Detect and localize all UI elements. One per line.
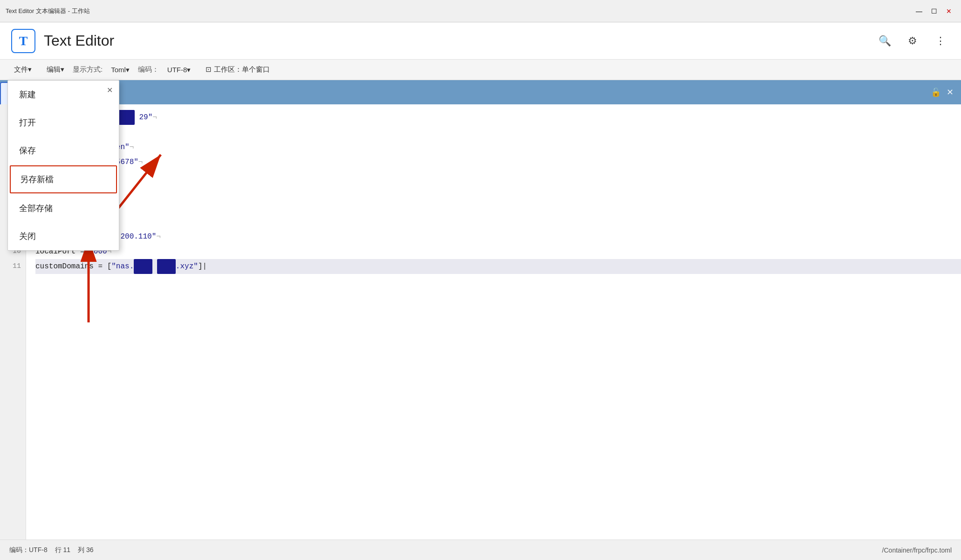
- menu-item-save-as[interactable]: 另存新檔: [10, 165, 117, 193]
- editor-area: /Container/frpc/frpc.toml 🔓 ✕ 1 2 3 4 5 …: [0, 80, 961, 540]
- menu-bar: 文件▾ 编辑▾ 显示方式: Toml▾ 编码： UTF-8▾ ⊡ 工作区：单个窗…: [0, 60, 961, 80]
- title-bar-text: Text Editor 文本编辑器 - 工作站: [6, 7, 913, 15]
- app-logo: T: [11, 29, 35, 53]
- menu-workspace[interactable]: ⊡ 工作区：单个窗口: [199, 63, 276, 76]
- app-header: T Text Editor 🔍 ⚙ ⋮: [0, 22, 961, 60]
- title-bar-controls: — ☐ ✕: [913, 5, 955, 18]
- file-dropdown-menu: ✕ 新建 打开 保存 另存新檔 全部存储 关闭: [7, 80, 119, 251]
- menu-file[interactable]: 文件▾: [7, 63, 38, 76]
- menu-item-save-all[interactable]: 全部存储: [8, 194, 119, 222]
- code-line-2: serverPort = 7000¬: [35, 125, 961, 140]
- header-actions: 🔍 ⚙ ⋮: [875, 32, 950, 50]
- maximize-button[interactable]: ☐: [927, 5, 940, 18]
- tab-lock-icon[interactable]: 🔓: [931, 87, 941, 97]
- tab-actions: 🔓 ✕: [931, 80, 961, 104]
- status-filepath: /Container/frpc/frpc.toml: [882, 546, 952, 554]
- code-line-7: name = "web_nas"¬: [35, 199, 961, 214]
- menu-item-new[interactable]: 新建: [8, 81, 119, 109]
- menu-item-close[interactable]: 关闭: [8, 222, 119, 250]
- menu-edit[interactable]: 编辑▾: [40, 63, 71, 76]
- close-button[interactable]: ✕: [942, 5, 955, 18]
- status-col: 列 36: [78, 546, 93, 554]
- search-button[interactable]: 🔍: [875, 32, 894, 50]
- main-area: ✕ 新建 打开 保存 另存新檔 全部存储 关闭 /Container/frpc/…: [0, 80, 961, 540]
- status-bar: 编码：UTF-8 行 11 列 36 /Container/frpc/frpc.…: [0, 540, 961, 560]
- minimize-button[interactable]: —: [913, 5, 926, 18]
- code-line-6: [[proxies]]¬: [35, 184, 961, 199]
- status-row: 行 11: [55, 546, 70, 553]
- code-line-5: ¬: [35, 170, 961, 184]
- logo-letter: T: [19, 34, 28, 48]
- settings-button[interactable]: ⚙: [903, 32, 922, 50]
- tab-close-icon[interactable]: ✕: [947, 87, 954, 97]
- code-line-9: localIP = "192.168.200.110"¬: [35, 229, 961, 244]
- code-line-1: serverAddr = "101. 29"¬: [35, 110, 961, 125]
- encoding-label: 编码：: [138, 65, 159, 74]
- menu-view[interactable]: Toml▾: [104, 64, 136, 76]
- code-line-11: customDomains = ["nas. .xyz"]: [35, 259, 961, 274]
- app-title: Text Editor: [44, 32, 114, 49]
- line-num-11: 11: [0, 259, 21, 274]
- code-editor[interactable]: 1 2 3 4 5 6 7 8 9 10 11 serverAddr = "10…: [0, 104, 961, 540]
- code-content[interactable]: serverAddr = "101. 29"¬ serverPort = 700…: [26, 104, 961, 540]
- view-label: 显示方式:: [73, 65, 103, 74]
- more-button[interactable]: ⋮: [931, 32, 950, 50]
- code-line-10: localPort = 5000¬: [35, 244, 961, 259]
- redacted-2: [134, 259, 152, 274]
- menu-encoding[interactable]: UTF-8▾: [161, 64, 198, 76]
- redacted-3: [157, 259, 176, 274]
- status-encoding: 编码：UTF-8: [9, 546, 48, 554]
- title-bar: Text Editor 文本编辑器 - 工作站 — ☐ ✕: [0, 0, 961, 22]
- menu-item-open[interactable]: 打开: [8, 109, 119, 137]
- menu-item-save[interactable]: 保存: [8, 137, 119, 164]
- code-line-8: type = "http"¬: [35, 214, 961, 229]
- code-line-3: auth.method = "token"¬: [35, 140, 961, 155]
- code-line-4: auth.token = "12345678"¬: [35, 155, 961, 170]
- tab-bar: /Container/frpc/frpc.toml 🔓 ✕: [0, 80, 961, 104]
